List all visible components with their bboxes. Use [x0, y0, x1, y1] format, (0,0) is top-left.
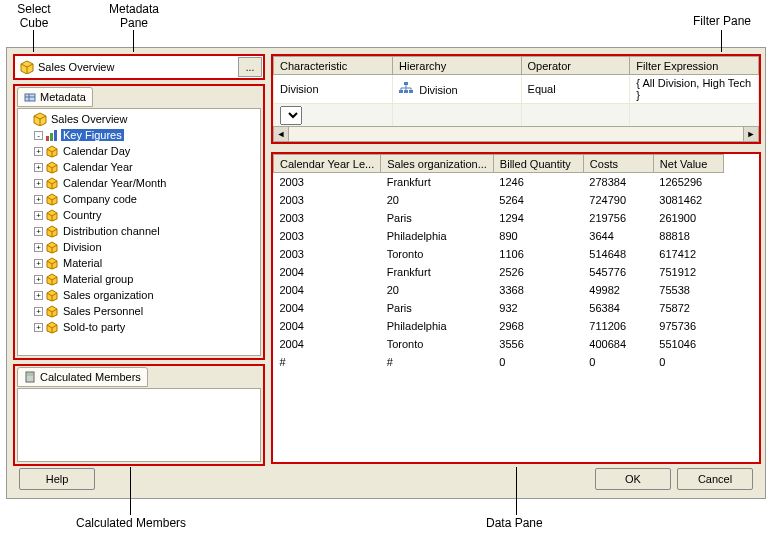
metadata-pane: Metadata Sales Overview-Key Figures+Cale…: [13, 84, 265, 360]
metadata-tab[interactable]: Metadata: [17, 87, 93, 107]
tree-item-dimension[interactable]: +Country: [20, 207, 258, 223]
data-header[interactable]: Sales organization...: [381, 155, 494, 173]
app-window: Sales Overview ... Metadata Sales Overvi…: [6, 47, 766, 499]
expander-icon[interactable]: +: [34, 163, 43, 172]
calculated-tab[interactable]: Calculated Members: [17, 367, 148, 387]
annotation-metadata-pane: Metadata Pane: [104, 2, 164, 30]
filter-cell[interactable]: Division: [393, 75, 521, 104]
cube-name: Sales Overview: [38, 61, 114, 73]
filter-cell[interactable]: Division: [274, 75, 393, 104]
data-header[interactable]: Costs: [583, 155, 653, 173]
filter-cell[interactable]: [630, 104, 759, 128]
tree-item-dimension[interactable]: -Key Figures: [20, 127, 258, 143]
data-row[interactable]: 2004Frankfurt2526545776751912: [274, 263, 724, 281]
filter-table[interactable]: CharacteristicHierarchyOperatorFilter Ex…: [273, 56, 759, 128]
data-cell: Frankfurt: [381, 173, 494, 191]
tree-item-dimension[interactable]: +Sales Personnel: [20, 303, 258, 319]
calculated-members-pane: Calculated Members: [13, 364, 265, 466]
scroll-track[interactable]: [289, 126, 743, 142]
dimension-icon: [45, 256, 59, 270]
expander-icon[interactable]: +: [34, 291, 43, 300]
expander-icon[interactable]: +: [34, 259, 43, 268]
data-cell: 56384: [583, 299, 653, 317]
data-cell: 0: [653, 353, 723, 371]
tree-item-dimension[interactable]: +Company code: [20, 191, 258, 207]
filter-cell[interactable]: [521, 104, 630, 128]
data-cell: #: [381, 353, 494, 371]
data-row[interactable]: 2004Philadelphia2968711206975736: [274, 317, 724, 335]
tree-item-dimension[interactable]: +Sales organization: [20, 287, 258, 303]
svg-rect-4: [50, 133, 53, 141]
scroll-right-button[interactable]: ►: [743, 126, 759, 142]
data-row[interactable]: 20042033684998275538: [274, 281, 724, 299]
data-row[interactable]: 20032052647247903081462: [274, 191, 724, 209]
expander-icon[interactable]: +: [34, 275, 43, 284]
tree-item-dimension[interactable]: +Division: [20, 239, 258, 255]
expander-icon[interactable]: +: [34, 179, 43, 188]
filter-cell[interactable]: [274, 104, 393, 128]
svg-rect-22: [404, 90, 408, 93]
metadata-tree[interactable]: Sales Overview-Key Figures+Calendar Day+…: [17, 108, 261, 356]
tree-item-dimension[interactable]: +Distribution channel: [20, 223, 258, 239]
tree-item-root[interactable]: Sales Overview: [20, 111, 258, 127]
expander-icon[interactable]: +: [34, 323, 43, 332]
filter-cell[interactable]: [393, 104, 521, 128]
data-cell: 2004: [274, 299, 381, 317]
data-row[interactable]: 2004Toronto3556400684551046: [274, 335, 724, 353]
expander-icon[interactable]: +: [34, 195, 43, 204]
data-header[interactable]: Billed Quantity: [493, 155, 583, 173]
filter-header[interactable]: Characteristic: [274, 57, 393, 75]
filter-header[interactable]: Filter Expression: [630, 57, 759, 75]
expander-icon[interactable]: +: [34, 211, 43, 220]
data-cell: 724790: [583, 191, 653, 209]
tree-item-dimension[interactable]: +Calendar Day: [20, 143, 258, 159]
data-row[interactable]: 2003Philadelphia890364488818: [274, 227, 724, 245]
data-row[interactable]: 2003Toronto1106514648617412: [274, 245, 724, 263]
data-cell: 2004: [274, 263, 381, 281]
calculated-members-list[interactable]: [17, 388, 261, 462]
scroll-left-button[interactable]: ◄: [273, 126, 289, 142]
help-button[interactable]: Help: [19, 468, 95, 490]
data-table[interactable]: Calendar Year Le...Sales organization...…: [273, 154, 724, 371]
tree-item-dimension[interactable]: +Calendar Year/Month: [20, 175, 258, 191]
filter-header[interactable]: Hierarchy: [393, 57, 521, 75]
data-header[interactable]: Calendar Year Le...: [274, 155, 381, 173]
data-cell: 3081462: [653, 191, 723, 209]
data-row[interactable]: 2004Paris9325638475872: [274, 299, 724, 317]
tree-item-dimension[interactable]: +Calendar Year: [20, 159, 258, 175]
expander-icon[interactable]: -: [34, 131, 43, 140]
data-cell: 545776: [583, 263, 653, 281]
data-cell: 3368: [493, 281, 583, 299]
calculator-icon: [24, 371, 36, 383]
expander-icon[interactable]: +: [34, 147, 43, 156]
data-cell: Philadelphia: [381, 317, 494, 335]
hierarchy-icon: [399, 82, 413, 94]
tree-item-dimension[interactable]: +Material group: [20, 271, 258, 287]
annotation-data-pane: Data Pane: [486, 516, 543, 530]
data-cell: 711206: [583, 317, 653, 335]
data-header[interactable]: Net Value: [653, 155, 723, 173]
filter-header[interactable]: Operator: [521, 57, 630, 75]
expander-icon[interactable]: +: [34, 307, 43, 316]
data-row[interactable]: ##000: [274, 353, 724, 371]
ok-button[interactable]: OK: [595, 468, 671, 490]
data-row[interactable]: 2003Frankfurt12462783841265296: [274, 173, 724, 191]
cube-browse-button[interactable]: ...: [238, 57, 262, 77]
data-row[interactable]: 2003Paris1294219756261900: [274, 209, 724, 227]
expander-icon[interactable]: +: [34, 243, 43, 252]
data-cell: 49982: [583, 281, 653, 299]
dimension-icon: [45, 160, 59, 174]
data-cell: Toronto: [381, 245, 494, 263]
data-cell: 261900: [653, 209, 723, 227]
tree-item-dimension[interactable]: +Sold-to party: [20, 319, 258, 335]
data-cell: 2968: [493, 317, 583, 335]
metadata-icon: [24, 91, 36, 103]
filter-cell[interactable]: Equal: [521, 75, 630, 104]
filter-cell[interactable]: { All Division, High Tech }: [630, 75, 759, 104]
dimension-icon: [45, 320, 59, 334]
cube-selector[interactable]: Sales Overview: [16, 60, 238, 74]
cancel-button[interactable]: Cancel: [677, 468, 753, 490]
data-cell: 0: [583, 353, 653, 371]
tree-item-dimension[interactable]: +Material: [20, 255, 258, 271]
expander-icon[interactable]: +: [34, 227, 43, 236]
